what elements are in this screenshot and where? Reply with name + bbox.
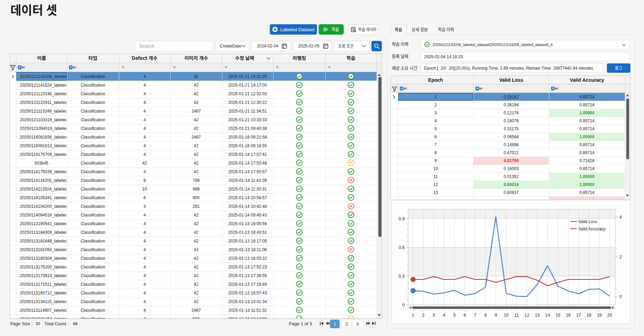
svg-text:3: 3 [432, 313, 435, 318]
svg-text:7: 7 [474, 313, 476, 318]
svg-text:13: 13 [535, 313, 540, 318]
svg-text:17: 17 [576, 313, 581, 318]
svg-text:19: 19 [597, 313, 602, 318]
svg-text:0.9: 0.9 [399, 216, 405, 221]
svg-text:20: 20 [607, 313, 612, 318]
svg-text:6: 6 [464, 313, 466, 318]
svg-text:5: 5 [453, 313, 456, 318]
svg-text:1: 1 [412, 313, 414, 318]
svg-text:9: 9 [495, 313, 497, 318]
svg-text:14: 14 [545, 313, 550, 318]
svg-text:11: 11 [514, 313, 519, 318]
svg-text:4: 4 [619, 215, 622, 220]
svg-text:12: 12 [524, 313, 529, 318]
svg-text:8: 8 [484, 313, 487, 318]
svg-text:16: 16 [566, 313, 571, 318]
svg-text:2: 2 [422, 313, 424, 318]
svg-text:15: 15 [556, 313, 560, 318]
svg-text:2: 2 [619, 255, 622, 259]
svg-text:0: 0 [619, 294, 622, 299]
svg-text:4: 4 [443, 313, 445, 318]
svg-text:10: 10 [504, 313, 509, 318]
svg-text:0.6: 0.6 [399, 245, 405, 250]
svg-text:18: 18 [586, 313, 591, 318]
svg-text:0: 0 [402, 303, 405, 308]
svg-text:Valid Loss: Valid Loss [578, 219, 597, 224]
svg-text:Valid Accuracy: Valid Accuracy [578, 227, 606, 231]
svg-text:0.3: 0.3 [399, 274, 405, 279]
